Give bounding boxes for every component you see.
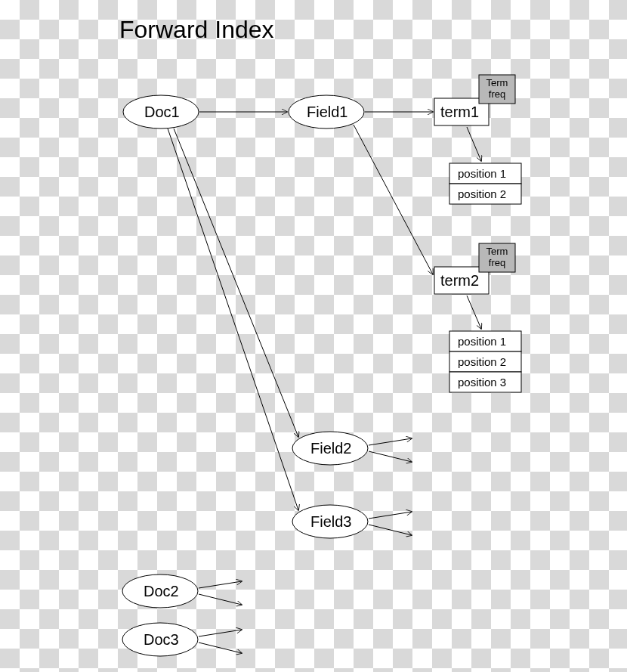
term2-freq-label-line2: freq (489, 257, 505, 268)
arrow-field2-out2 (369, 451, 412, 462)
term2-freq-label-line1: Term (486, 246, 508, 257)
term1-pos1-label: position 1 (458, 167, 506, 180)
arrow-field3-out2 (369, 525, 412, 535)
arrow-doc3-out2 (199, 643, 242, 653)
arrow-term2-positions (467, 296, 481, 329)
term1-freq-label-line2: freq (489, 88, 505, 100)
doc3-label: Doc3 (144, 631, 179, 648)
arrow-doc1-field3 (168, 129, 298, 510)
arrow-doc2-out2 (199, 594, 242, 605)
field2-label: Field2 (310, 440, 351, 457)
doc2-label: Doc2 (144, 583, 179, 599)
term2-pos2-label: position 2 (458, 355, 506, 368)
term2-pos3-label: position 3 (458, 376, 506, 389)
doc1-label: Doc1 (144, 104, 180, 120)
arrow-doc1-field2 (174, 129, 298, 437)
diagram-title: Forward Index (119, 16, 274, 43)
term1-pos2-label: position 2 (458, 187, 506, 200)
arrow-doc2-out1 (199, 581, 242, 588)
field3-label: Field3 (310, 513, 351, 530)
term1-freq-label-line1: Term (486, 77, 508, 88)
term2-pos1-label: position 1 (458, 335, 506, 348)
arrow-field1-term2 (354, 125, 433, 274)
diagram-canvas: Forward Index Doc1 Field1 Field2 Field3 … (0, 0, 627, 672)
arrow-field3-out1 (369, 512, 412, 519)
term1-label: term1 (440, 104, 479, 120)
field1-label: Field1 (307, 104, 347, 120)
term2-label: term2 (440, 272, 479, 289)
arrow-doc3-out1 (199, 630, 242, 636)
arrow-term1-positions (467, 127, 481, 161)
arrow-field2-out1 (369, 438, 412, 445)
